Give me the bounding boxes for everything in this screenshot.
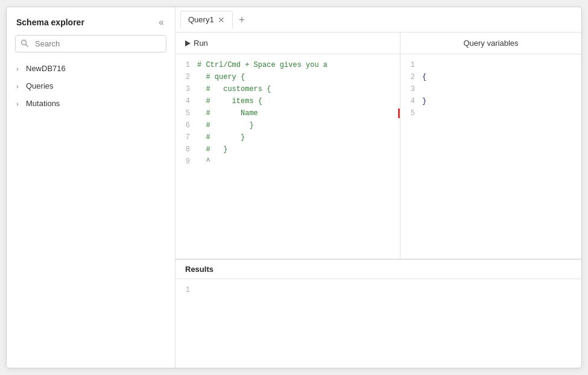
code-line: 2 # query { — [175, 71, 400, 83]
line-content: # items { — [197, 95, 400, 107]
line-number: 7 — [175, 131, 197, 143]
result-line: 1 — [175, 284, 581, 296]
sidebar-title: Schema explorer — [16, 17, 84, 27]
qv-line-number: 4 — [400, 95, 422, 107]
code-line: 6 # } — [175, 119, 400, 131]
tab-add-button[interactable]: + — [235, 12, 249, 28]
sidebar-header: Schema explorer « — [7, 7, 175, 35]
app-container: Schema explorer « › NewDB716 › Queries — [6, 7, 582, 368]
code-line: 8 # } — [175, 143, 400, 156]
sidebar-item-label: Mutations — [26, 99, 60, 108]
sidebar-item-label: NewDB716 — [26, 64, 66, 73]
tab-bar: Query1 ✕ + — [175, 7, 581, 33]
results-area: Results 1 — [175, 259, 581, 368]
code-line: 5 # Name — [175, 107, 400, 119]
tab-query1[interactable]: Query1 ✕ — [180, 11, 233, 29]
sidebar-item-newdb716[interactable]: › NewDB716 — [7, 60, 175, 77]
sidebar: Schema explorer « › NewDB716 › Queries — [7, 7, 175, 368]
run-triangle-icon — [185, 40, 191, 46]
qv-line-content: { — [422, 71, 426, 83]
line-number: 9 — [175, 156, 197, 168]
line-content: # } — [197, 119, 400, 131]
code-editor[interactable]: 1# Ctrl/Cmd + Space gives you a2 # query… — [175, 54, 400, 259]
qv-line-number: 3 — [400, 83, 422, 95]
tab-close-button[interactable]: ✕ — [218, 16, 225, 24]
line-content: ^ — [197, 156, 400, 168]
line-content: # query { — [197, 71, 400, 83]
editor-wrapper: Run 1# Ctrl/Cmd + Space gives you a2 # q… — [175, 33, 581, 259]
code-line: 4 # items { — [175, 95, 400, 107]
code-line: 3 # customers { — [175, 83, 400, 95]
nav-tree: › NewDB716 › Queries › Mutations — [7, 60, 175, 368]
run-bar: Run — [175, 33, 400, 54]
qv-line: 5 — [400, 107, 581, 119]
qv-line: 2 { — [400, 71, 581, 83]
search-input[interactable] — [15, 35, 166, 52]
query-variables-header: Query variables — [400, 33, 581, 54]
qv-line-number: 1 — [400, 59, 422, 71]
line-content: # } — [197, 143, 400, 156]
collapse-button[interactable]: « — [156, 16, 166, 29]
tab-label: Query1 — [188, 15, 214, 24]
results-header: Results — [175, 260, 581, 279]
chevron-icon: › — [16, 100, 22, 107]
line-number: 1 — [175, 59, 197, 71]
line-number: 5 — [175, 107, 197, 119]
line-content: # Ctrl/Cmd + Space gives you a — [197, 59, 400, 71]
line-number: 3 — [175, 83, 197, 95]
search-icon — [21, 39, 28, 49]
query-variables-panel: Query variables 12 {34 }5 — [400, 33, 581, 259]
qv-line-content: } — [422, 95, 426, 107]
code-line: 7 # } — [175, 131, 400, 143]
sidebar-item-label: Queries — [26, 81, 54, 90]
sidebar-item-mutations[interactable]: › Mutations — [7, 95, 175, 112]
qv-line: 1 — [400, 59, 581, 71]
chevron-icon: › — [16, 83, 22, 90]
line-content: # customers { — [197, 83, 400, 95]
qv-line: 4 } — [400, 95, 581, 107]
qv-line: 3 — [400, 83, 581, 95]
result-line-number: 1 — [175, 284, 197, 296]
line-content: # Name — [197, 107, 400, 119]
line-number: 4 — [175, 95, 197, 107]
run-label: Run — [194, 39, 208, 48]
qv-line-number: 2 — [400, 71, 422, 83]
line-number: 2 — [175, 71, 197, 83]
editor-cursor — [398, 109, 400, 118]
chevron-icon: › — [16, 65, 22, 72]
run-button[interactable]: Run — [183, 37, 210, 49]
results-content: 1 — [175, 279, 581, 368]
search-box — [15, 35, 166, 52]
line-content: # } — [197, 131, 400, 143]
svg-line-1 — [26, 44, 28, 46]
sidebar-item-queries[interactable]: › Queries — [7, 77, 175, 95]
line-number: 6 — [175, 119, 197, 131]
line-number: 8 — [175, 143, 197, 156]
query-variables-editor[interactable]: 12 {34 }5 — [400, 54, 581, 259]
main-area: Query1 ✕ + Run 1# Ctrl/Cmd + Space gives… — [175, 7, 581, 368]
qv-line-number: 5 — [400, 107, 422, 119]
code-line: 9 ^ — [175, 156, 400, 168]
code-line: 1# Ctrl/Cmd + Space gives you a — [175, 59, 400, 71]
query-editor: Run 1# Ctrl/Cmd + Space gives you a2 # q… — [175, 33, 400, 259]
